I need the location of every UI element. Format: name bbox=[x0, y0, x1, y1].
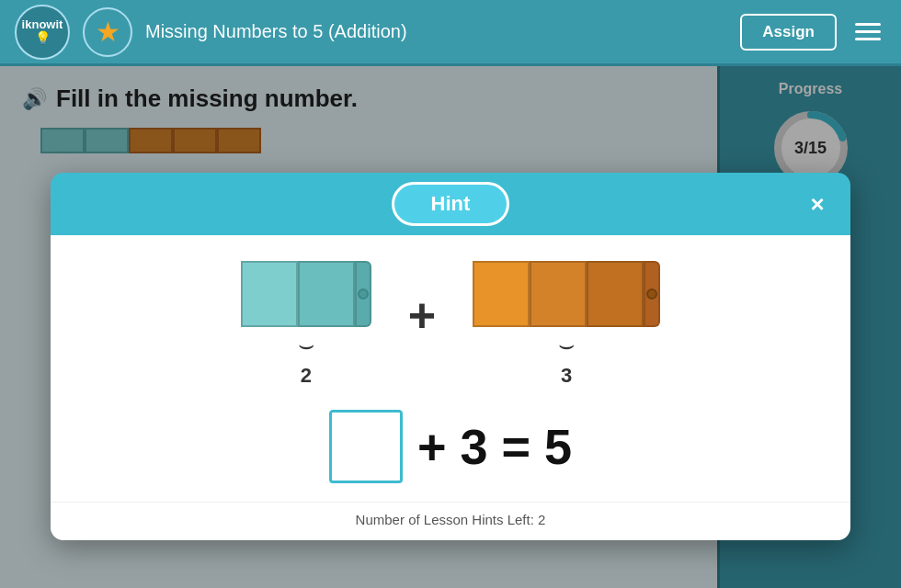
hint-footer: Number of Lesson Hints Left: 2 bbox=[51, 502, 850, 540]
teal-cubes bbox=[241, 261, 371, 327]
header: iknowit 💡 ★ Missing Numbers to 5 (Additi… bbox=[0, 0, 901, 66]
hamburger-line-2 bbox=[855, 30, 881, 33]
equation-suffix: + 3 = 5 bbox=[417, 418, 572, 475]
cubes-illustration: ⌣ 2 + ⌣ 3 bbox=[241, 261, 660, 388]
lesson-title: Missing Numbers to 5 (Addition) bbox=[145, 21, 727, 42]
logo-text: iknowit bbox=[22, 18, 63, 30]
hint-title: Hint bbox=[392, 182, 510, 226]
star-circle: ★ bbox=[83, 7, 132, 57]
hint-modal: Hint × ⌣ 2 + bbox=[51, 173, 850, 540]
orange-cube-number: 3 bbox=[561, 364, 572, 388]
hamburger-line-3 bbox=[855, 38, 881, 40]
menu-button[interactable] bbox=[850, 17, 886, 46]
orange-cube-cap bbox=[644, 261, 660, 327]
hint-modal-header: Hint × bbox=[51, 173, 850, 235]
teal-cube-seg-2 bbox=[298, 261, 355, 327]
teal-cube-cap bbox=[355, 261, 371, 327]
missing-number-box bbox=[329, 410, 403, 483]
logo-bulb-icon: 💡 bbox=[35, 30, 51, 45]
star-icon: ★ bbox=[96, 16, 120, 48]
teal-cube-number: 2 bbox=[301, 364, 312, 388]
assign-button[interactable]: Assign bbox=[740, 14, 837, 51]
orange-cubes bbox=[473, 261, 660, 327]
orange-brace: ⌣ bbox=[558, 333, 575, 358]
hint-modal-body: ⌣ 2 + ⌣ 3 bbox=[51, 235, 850, 502]
cubes-plus-sign: + bbox=[408, 288, 436, 343]
hints-left-text: Number of Lesson Hints Left: 2 bbox=[356, 512, 546, 527]
hamburger-line-1 bbox=[855, 23, 881, 26]
main-area: 🔊 Fill in the missing number. Progress 3… bbox=[0, 66, 901, 588]
equation-row: + 3 = 5 bbox=[329, 410, 572, 483]
orange-cube-group: ⌣ 3 bbox=[473, 261, 660, 388]
teal-cube-group: ⌣ 2 bbox=[241, 261, 371, 388]
orange-cube-seg-2 bbox=[530, 261, 587, 327]
orange-cube-seg-3 bbox=[587, 261, 644, 327]
teal-cube-seg-1 bbox=[241, 261, 298, 327]
teal-brace: ⌣ bbox=[298, 333, 314, 358]
orange-cube-seg-1 bbox=[473, 261, 530, 327]
hint-close-button[interactable]: × bbox=[801, 187, 834, 220]
logo: iknowit 💡 bbox=[15, 5, 70, 60]
